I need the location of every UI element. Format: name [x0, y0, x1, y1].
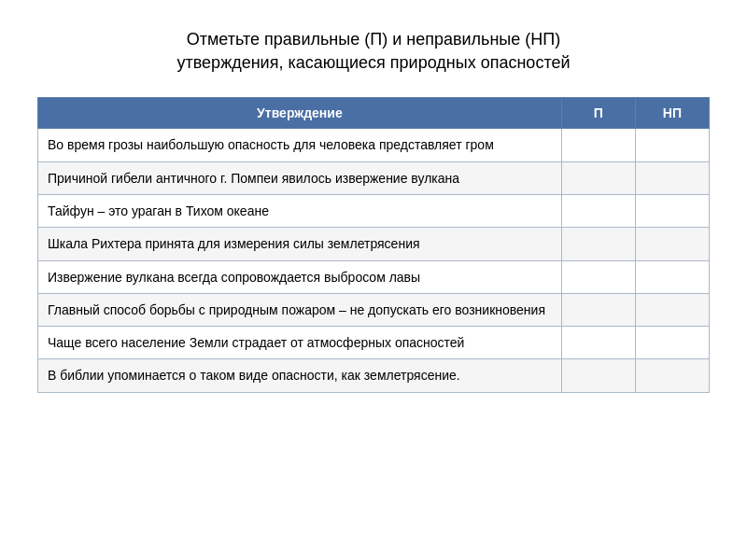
cell-np[interactable] — [635, 260, 709, 293]
cell-np[interactable] — [635, 327, 709, 359]
table-row: Главный способ борьбы с природным пожаро… — [38, 293, 710, 326]
cell-statement: В библии упоминается о таком виде опасно… — [38, 359, 562, 392]
cell-np[interactable] — [635, 228, 709, 260]
cell-p[interactable] — [561, 228, 635, 260]
cell-np[interactable] — [635, 194, 709, 227]
table-row: Чаще всего население Земли страдает от а… — [38, 327, 710, 359]
header-np: НП — [635, 98, 709, 129]
cell-p[interactable] — [561, 260, 635, 293]
table-row: Шкала Рихтера принята для измерения силы… — [38, 228, 710, 260]
cell-statement: Тайфун – это ураган в Тихом океане — [38, 194, 562, 227]
page-title: Отметьте правильные (П) и неправильные (… — [177, 28, 571, 75]
statements-table: Утверждение П НП Во время грозы наибольш… — [37, 97, 710, 392]
cell-statement: Главный способ борьбы с природным пожаро… — [38, 293, 562, 326]
cell-p[interactable] — [561, 194, 635, 227]
cell-p[interactable] — [561, 293, 635, 326]
cell-statement: Причиной гибели античного г. Помпеи явил… — [38, 161, 562, 194]
cell-p[interactable] — [561, 161, 635, 194]
cell-statement: Извержение вулкана всегда сопровождается… — [38, 260, 562, 293]
cell-p[interactable] — [561, 359, 635, 392]
cell-statement: Чаще всего население Земли страдает от а… — [38, 327, 562, 359]
table-row: Извержение вулкана всегда сопровождается… — [38, 260, 710, 293]
header-statement: Утверждение — [38, 98, 562, 129]
cell-p[interactable] — [561, 129, 635, 161]
cell-np[interactable] — [635, 359, 709, 392]
table-row: Во время грозы наибольшую опасность для … — [38, 129, 710, 161]
cell-p[interactable] — [561, 327, 635, 359]
table-wrapper: Утверждение П НП Во время грозы наибольш… — [37, 97, 710, 392]
table-row: В библии упоминается о таком виде опасно… — [38, 359, 710, 392]
table-header-row: Утверждение П НП — [38, 98, 710, 129]
table-row: Причиной гибели античного г. Помпеи явил… — [38, 161, 710, 194]
header-p: П — [561, 98, 635, 129]
table-row: Тайфун – это ураган в Тихом океане — [38, 194, 710, 227]
cell-np[interactable] — [635, 129, 709, 161]
cell-np[interactable] — [635, 161, 709, 194]
cell-statement: Шкала Рихтера принята для измерения силы… — [38, 228, 562, 260]
cell-np[interactable] — [635, 293, 709, 326]
cell-statement: Во время грозы наибольшую опасность для … — [38, 129, 562, 161]
